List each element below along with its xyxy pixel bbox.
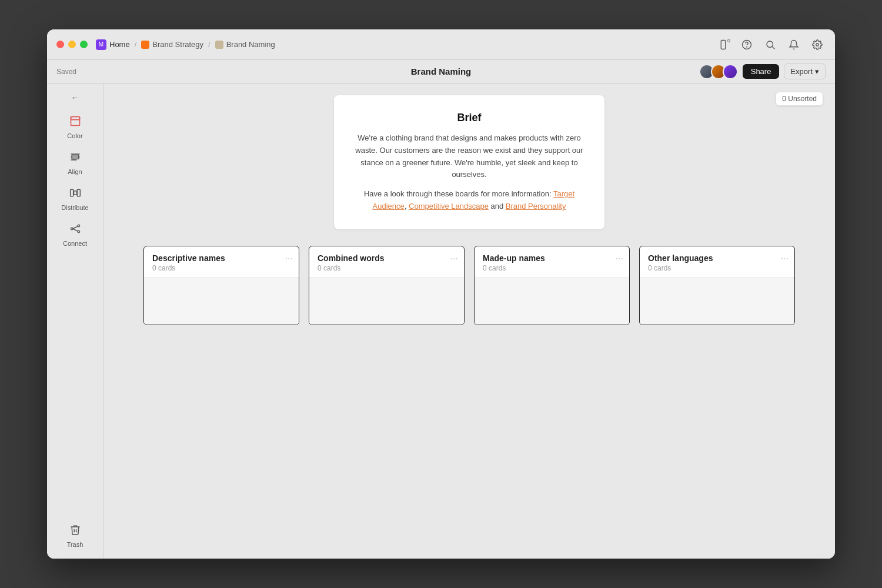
svg-rect-0: [721, 40, 726, 49]
breadcrumb: M Home / Brand Strategy / Brand Naming: [96, 39, 715, 50]
column-madeup-header: Made-up names 0 cards ···: [475, 246, 629, 278]
connect-icon: [69, 223, 81, 238]
column-other-menu[interactable]: ···: [781, 253, 789, 264]
svg-line-21: [72, 229, 77, 231]
column-other-title: Other languages: [648, 253, 786, 263]
column-madeup-title: Made-up names: [483, 253, 621, 263]
sidebar-item-align[interactable]: Align: [54, 146, 96, 180]
column-combined-menu[interactable]: ···: [450, 253, 458, 264]
sidebar-item-distribute[interactable]: Distribute: [54, 182, 96, 216]
export-chevron-icon: ▾: [815, 67, 819, 76]
competitive-landscape-link[interactable]: Competitive Landscape: [409, 202, 489, 211]
breadcrumb-strategy-label[interactable]: Brand Strategy: [152, 40, 203, 49]
page-title: Brand Naming: [411, 66, 472, 76]
titlebar-right: 0: [715, 36, 826, 53]
toolbar-left: Saved: [56, 68, 699, 76]
sidebar-connect-label: Connect: [63, 240, 87, 247]
help-icon-btn[interactable]: [739, 36, 755, 53]
distribute-icon: [69, 187, 81, 202]
breadcrumb-current-label: Brand Naming: [226, 40, 275, 49]
close-button[interactable]: [56, 41, 64, 48]
brief-comma: ,: [405, 202, 409, 211]
column-descriptive-count: 0 cards: [152, 264, 290, 272]
settings-icon-btn[interactable]: [809, 36, 826, 53]
avatars: [699, 64, 738, 79]
column-descriptive-body: [144, 278, 299, 325]
color-icon: [69, 115, 81, 130]
svg-rect-15: [74, 191, 76, 195]
strategy-icon: [141, 41, 149, 49]
brief-para2-prefix: Have a look through these boards for mor…: [364, 189, 553, 198]
main-window: M Home / Brand Strategy / Brand Naming 0: [47, 29, 835, 559]
column-other-header: Other languages 0 cards ···: [640, 246, 794, 278]
column-combined-count: 0 cards: [318, 264, 456, 272]
titlebar: M Home / Brand Strategy / Brand Naming 0: [47, 29, 835, 60]
column-descriptive: Descriptive names 0 cards ···: [143, 246, 299, 325]
unsorted-badge: 0 Unsorted: [776, 92, 823, 106]
home-icon: M: [96, 39, 106, 50]
maximize-button[interactable]: [80, 41, 88, 48]
brief-para1: We're a clothing brand that designs and …: [355, 132, 583, 181]
sidebar-item-trash[interactable]: Trash: [54, 519, 96, 553]
brief-between: and: [489, 202, 506, 211]
align-icon: [69, 151, 81, 166]
breadcrumb-home-label[interactable]: Home: [109, 40, 130, 49]
canvas-top-right: 0 Unsorted: [776, 93, 823, 103]
sidebar-back-button[interactable]: ←: [66, 89, 85, 106]
sidebar-item-connect[interactable]: Connect: [54, 218, 96, 252]
breadcrumb-strategy[interactable]: Brand Strategy: [141, 40, 203, 49]
brief-para2: Have a look through these boards for mor…: [355, 188, 583, 213]
breadcrumb-sep-1: /: [135, 40, 137, 49]
column-descriptive-title: Descriptive names: [152, 253, 290, 263]
column-descriptive-header: Descriptive names 0 cards ···: [144, 246, 299, 278]
brief-card: Brief We're a clothing brand that design…: [334, 95, 604, 229]
column-combined-header: Combined words 0 cards ···: [309, 246, 464, 278]
column-madeup-count: 0 cards: [483, 264, 621, 272]
traffic-lights: [56, 41, 88, 48]
avatar-3: [723, 64, 738, 79]
sidebar: ← Color Align Distribute: [47, 83, 103, 559]
main-layout: ← Color Align Distribute: [47, 83, 835, 559]
mobile-icon-btn[interactable]: 0: [715, 36, 731, 53]
mobile-badge: 0: [727, 38, 730, 44]
export-button[interactable]: Export ▾: [784, 64, 826, 79]
column-combined-body: [309, 278, 464, 325]
sidebar-align-label: Align: [68, 168, 82, 175]
svg-rect-14: [70, 189, 73, 196]
column-madeup-body: [475, 278, 629, 325]
column-combined-title: Combined words: [318, 253, 456, 263]
svg-point-18: [78, 225, 79, 226]
export-label: Export: [790, 67, 813, 76]
sidebar-item-color[interactable]: Color: [54, 111, 96, 144]
toolbar: Saved Brand Naming Share Export ▾: [47, 60, 835, 83]
svg-point-3: [747, 46, 747, 47]
column-other-count: 0 cards: [648, 264, 786, 272]
brand-personality-link[interactable]: Brand Personality: [506, 202, 566, 211]
svg-line-20: [72, 226, 77, 229]
breadcrumb-sep-2: /: [208, 40, 211, 49]
breadcrumb-home[interactable]: M Home: [96, 39, 130, 50]
sidebar-color-label: Color: [67, 132, 82, 139]
back-arrow-icon: ←: [71, 93, 79, 102]
svg-rect-16: [77, 189, 80, 196]
bell-icon-btn[interactable]: [786, 36, 802, 53]
svg-point-19: [78, 230, 79, 232]
column-other: Other languages 0 cards ···: [639, 246, 795, 325]
search-icon-btn[interactable]: [762, 36, 779, 53]
minimize-button[interactable]: [68, 41, 76, 48]
saved-label: Saved: [56, 68, 76, 76]
columns-container: Descriptive names 0 cards ··· Combined w…: [115, 246, 823, 325]
breadcrumb-current: Brand Naming: [215, 40, 275, 49]
sidebar-trash-label: Trash: [67, 541, 83, 548]
current-icon: [215, 41, 223, 49]
toolbar-right: Share Export ▾: [699, 64, 826, 79]
column-madeup-menu[interactable]: ···: [616, 253, 623, 264]
column-madeup: Made-up names 0 cards ···: [474, 246, 630, 325]
sidebar-distribute-label: Distribute: [61, 204, 88, 211]
svg-point-6: [816, 43, 819, 46]
share-button[interactable]: Share: [743, 64, 780, 79]
column-other-body: [640, 278, 794, 325]
column-descriptive-menu[interactable]: ···: [285, 253, 293, 264]
trash-icon: [69, 524, 81, 539]
svg-point-17: [71, 228, 72, 229]
